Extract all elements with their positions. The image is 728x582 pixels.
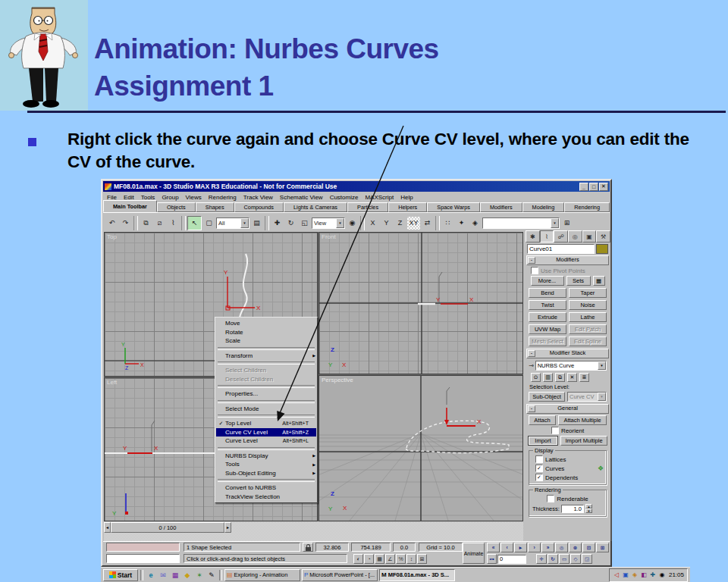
- maximize-button[interactable]: □: [589, 183, 598, 191]
- context-menu-item[interactable]: [218, 400, 315, 403]
- close-button[interactable]: ✕: [599, 183, 608, 191]
- sub-object-level-dropdown[interactable]: Curve CV▼: [567, 392, 607, 402]
- remove-modifier-icon[interactable]: ✕: [567, 373, 577, 382]
- toolbar-tab[interactable]: Objects: [157, 202, 196, 212]
- viewport-perspective[interactable]: Perspective: [318, 375, 523, 521]
- modifier-button[interactable]: Bend: [529, 288, 566, 298]
- quicklaunch-channels-icon[interactable]: ◆: [182, 570, 193, 580]
- context-menu-item[interactable]: [218, 361, 315, 365]
- go-to-start-button[interactable]: «: [487, 543, 500, 552]
- toolbar-tab[interactable]: Particles: [347, 202, 388, 212]
- zoom-extents-button[interactable]: ⊡: [582, 543, 595, 552]
- renderable-checkbox[interactable]: Renderable: [531, 495, 604, 502]
- context-menu-item[interactable]: Transform: [216, 352, 316, 361]
- viewport-left-label[interactable]: Left: [107, 379, 117, 386]
- arc-rotate-button[interactable]: ↻: [548, 554, 558, 564]
- zoom-all-button[interactable]: ⊕: [569, 543, 582, 552]
- context-menu-item[interactable]: Top Level Alt+Shift+T: [216, 419, 316, 428]
- next-frame-button[interactable]: ›: [528, 543, 541, 552]
- make-unique-icon[interactable]: ⧉: [555, 373, 565, 382]
- context-menu-item[interactable]: Select Children: [216, 366, 316, 375]
- context-menu-item[interactable]: NURBS Display: [216, 452, 316, 461]
- minimize-button[interactable]: _: [579, 183, 588, 191]
- time-slider-prev-button[interactable]: ◄: [104, 522, 111, 533]
- current-frame-field[interactable]: 0: [497, 555, 526, 564]
- restrict-x-button[interactable]: X▼: [366, 217, 379, 230]
- material-editor-icon[interactable]: ◈▼: [469, 217, 482, 230]
- thickness-spinner[interactable]: ▲ ▼: [585, 504, 592, 513]
- toolbar-tab[interactable]: Main Toolbar: [103, 200, 157, 212]
- utilities-tab[interactable]: ⚒: [596, 230, 610, 242]
- toolbar-button[interactable]: ▼: [133, 216, 138, 230]
- toolbar-tab[interactable]: Space Warps: [427, 202, 480, 212]
- percent-snap-icon[interactable]: %: [396, 554, 406, 564]
- macro-recorder-field[interactable]: [106, 543, 180, 552]
- tray-scheduler-icon[interactable]: ◈: [631, 571, 639, 579]
- hierarchy-tab[interactable]: ☍: [554, 230, 568, 242]
- context-menu-item[interactable]: Sub-Object Editing: [216, 469, 316, 478]
- pin-stack-icon[interactable]: ⊸: [529, 362, 534, 369]
- start-button[interactable]: Start: [103, 569, 138, 581]
- context-menu-item[interactable]: Curve Level Alt+Shift+L: [216, 436, 316, 446]
- display-checkbox[interactable]: Curves: [535, 465, 604, 472]
- viewport-front-label[interactable]: Front: [322, 233, 336, 240]
- redo-icon[interactable]: ↷▼: [119, 217, 132, 230]
- select-object-icon[interactable]: ↖▼: [187, 216, 202, 230]
- mirror-icon[interactable]: ⇄▼: [421, 217, 434, 230]
- tray-volume-icon[interactable]: ◁: [613, 571, 620, 579]
- context-menu-item[interactable]: Rotate: [216, 328, 316, 337]
- spinner-down-icon[interactable]: ▼: [585, 508, 592, 513]
- attach-button[interactable]: Attach: [529, 415, 556, 425]
- modifier-button[interactable]: Twist: [529, 300, 566, 310]
- import-button[interactable]: Import: [528, 436, 558, 446]
- display-checkbox[interactable]: Lattices: [535, 455, 604, 463]
- select-and-link-icon[interactable]: ⧉▼: [140, 217, 152, 230]
- restrict-y-button[interactable]: Y▼: [380, 217, 393, 230]
- align-icon[interactable]: ✦▼: [455, 217, 468, 230]
- toolbar-tab[interactable]: Rendering: [564, 202, 610, 212]
- zoom-button[interactable]: ◎: [555, 543, 568, 552]
- quicklaunch-paint-icon[interactable]: ✎: [206, 570, 217, 580]
- menu-item[interactable]: Rendering: [209, 194, 237, 201]
- edit-stack-icon[interactable]: ≣: [579, 373, 589, 382]
- coord-system-dropdown[interactable]: View▼: [312, 217, 345, 229]
- named-selection-dropdown[interactable]: ▼: [482, 217, 560, 229]
- modify-tab[interactable]: ⌇: [540, 230, 554, 242]
- time-tag-icon[interactable]: ◔: [364, 554, 374, 564]
- modifier-button[interactable]: Mesh Select: [529, 336, 566, 346]
- window-titlebar[interactable]: MF08.01a.max - 3D Studio MAX R3 Educatio…: [103, 181, 610, 192]
- pan-button[interactable]: ✛: [536, 554, 547, 564]
- region-zoom-button[interactable]: ▭: [559, 554, 570, 564]
- task-button[interactable]: ▤ Exploring - Animation: [224, 569, 300, 581]
- task-button[interactable]: P Microsoft PowerPoint - [...: [302, 569, 378, 581]
- use-pivot-center-icon[interactable]: ◉▼: [346, 217, 359, 230]
- time-slider-handle[interactable]: 0 / 100: [111, 522, 224, 533]
- quicklaunch-mail-icon[interactable]: ✉: [158, 570, 168, 580]
- toolbar-tab[interactable]: Compounds: [234, 202, 284, 212]
- key-mode-button[interactable]: ⊶: [487, 554, 497, 564]
- general-rollout-header[interactable]: - General: [526, 404, 609, 414]
- spinner-snap-icon[interactable]: ↕: [406, 554, 416, 564]
- context-menu-item[interactable]: [218, 385, 315, 388]
- play-button[interactable]: ►: [514, 543, 527, 552]
- toolbar-button[interactable]: ▼: [360, 216, 365, 230]
- modifier-button[interactable]: UVW Map: [529, 324, 566, 334]
- menu-item[interactable]: Group: [162, 194, 178, 201]
- menu-item[interactable]: Schematic View: [280, 194, 323, 201]
- tray-network-icon[interactable]: ◧: [640, 571, 648, 579]
- time-slider-track[interactable]: [231, 522, 523, 533]
- undo-icon[interactable]: ↶▼: [105, 217, 118, 230]
- unlink-selection-icon[interactable]: ⧄▼: [153, 217, 166, 230]
- modifier-button[interactable]: Taper: [569, 288, 607, 298]
- tray-display-icon[interactable]: ▣: [622, 571, 629, 579]
- selection-region-icon[interactable]: ▢▼: [202, 217, 215, 230]
- context-menu-item[interactable]: Move: [216, 319, 316, 328]
- viewport-front[interactable]: Front Y X Z Y X: [318, 232, 523, 374]
- menu-item[interactable]: Track View: [243, 194, 273, 201]
- thickness-field[interactable]: 1.0: [561, 505, 584, 513]
- restrict-z-button[interactable]: Z▼: [394, 217, 406, 230]
- zoom-extents-all-button[interactable]: ⊞: [596, 543, 609, 552]
- sub-object-button[interactable]: Sub-Object: [529, 392, 565, 402]
- context-menu-item[interactable]: [218, 347, 315, 350]
- array-icon[interactable]: ∷▼: [441, 217, 454, 230]
